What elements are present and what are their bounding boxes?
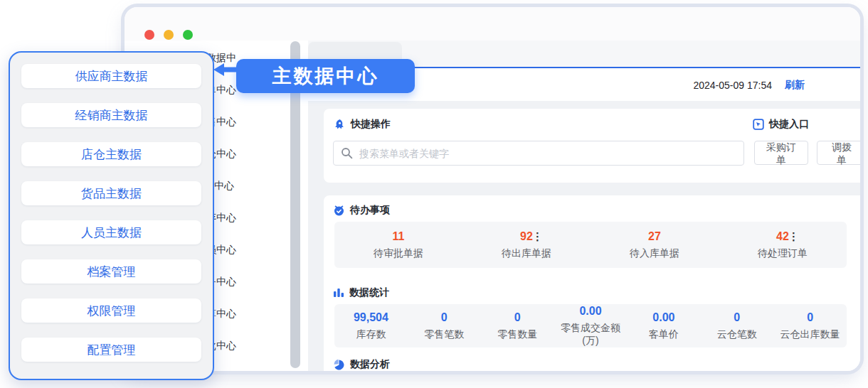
stat-label: 库存数 — [334, 328, 408, 341]
stat-cloud-transactions: 0 云仓笔数 — [700, 311, 773, 341]
quick-entry-title: 快捷入口 — [769, 118, 809, 131]
rocket-icon — [334, 119, 346, 131]
dashboard-content: 快捷操作 快捷入口 — [308, 101, 860, 371]
stats-title: 数据统计 — [349, 286, 389, 299]
quick-actions-title-row: 快捷操作 — [334, 118, 391, 131]
stat-label: 零售数量 — [481, 328, 554, 341]
window-titlebar — [125, 7, 860, 41]
stat-label: 零售成交金额(万) — [554, 322, 628, 347]
stat-cloud-outbound: 0 云仓出库数量 — [773, 311, 847, 341]
more-menu-icon[interactable]: ⋮ — [532, 230, 543, 243]
personnel-master-data-button[interactable]: 人员主数据 — [21, 220, 201, 244]
overview-card: 待办事项 11 待审批单据 92⋮ 待出库单据 27 待入 — [324, 195, 860, 371]
quick-entry-icon — [753, 119, 764, 130]
menu-search-box — [333, 141, 744, 166]
purchase-order-button[interactable]: 采购订单 — [754, 141, 808, 165]
todo-item-pending-approval: 11 待审批单据 — [334, 230, 462, 260]
stats-panel: 99,504 库存数 0 零售笔数 0 零售数量 0.00 — [334, 304, 847, 347]
transfer-order-button[interactable]: 调拨单 — [817, 141, 860, 165]
stat-value: 0 — [514, 311, 521, 325]
analysis-title: 数据分析 — [350, 358, 390, 371]
minimize-window-button[interactable] — [164, 30, 174, 40]
goods-master-data-button[interactable]: 货品主数据 — [21, 181, 201, 205]
search-input[interactable] — [359, 148, 736, 159]
refresh-link[interactable]: 刷新 — [785, 79, 805, 92]
stat-inventory-count: 99,504 库存数 — [334, 311, 408, 341]
todo-value: 42⋮ — [776, 230, 789, 244]
todo-panel: 11 待审批单据 92⋮ 待出库单据 27 待入库单据 42⋮ — [334, 222, 847, 268]
stat-value: 99,504 — [354, 311, 388, 325]
todo-title-row: 待办事项 — [333, 204, 390, 217]
more-menu-icon[interactable]: ⋮ — [788, 230, 799, 243]
todo-label: 待出库单据 — [462, 247, 591, 260]
stat-retail-transactions: 0 零售笔数 — [408, 311, 481, 341]
todo-value: 11 — [393, 230, 405, 244]
quick-actions-title: 快捷操作 — [351, 118, 391, 131]
master-data-center-callout: 主数据中心 — [236, 59, 415, 93]
stat-value: 0 — [734, 311, 740, 325]
todo-label: 待入库单据 — [591, 247, 719, 260]
close-window-button[interactable] — [144, 30, 154, 40]
todo-value: 27 — [648, 230, 661, 244]
stat-label: 云仓笔数 — [700, 328, 773, 341]
maximize-window-button[interactable] — [183, 30, 193, 40]
dealer-master-data-button[interactable]: 经销商主数据 — [21, 103, 201, 127]
search-icon — [341, 147, 353, 159]
stats-title-row: 数据统计 — [333, 286, 389, 299]
todo-item-pending-orders: 42⋮ 待处理订单 — [719, 230, 847, 260]
stat-label: 零售笔数 — [408, 328, 481, 341]
stat-label: 云仓出库数量 — [773, 328, 847, 341]
todo-label: 待审批单据 — [334, 247, 462, 260]
stat-retail-quantity: 0 零售数量 — [481, 311, 554, 341]
pie-chart-icon — [333, 359, 345, 371]
supplier-master-data-button[interactable]: 供应商主数据 — [21, 64, 201, 88]
permission-management-button[interactable]: 权限管理 — [21, 298, 201, 323]
analysis-title-row: 数据分析 — [333, 358, 390, 371]
master-data-menu-panel: 供应商主数据 经销商主数据 店仓主数据 货品主数据 人员主数据 档案管理 权限管… — [9, 51, 214, 380]
stat-value: 0.00 — [579, 304, 601, 318]
stat-retail-amount: 0.00 零售成交金额(万) — [554, 304, 628, 347]
bar-chart-icon — [333, 287, 344, 298]
stat-avg-ticket: 0.00 客单价 — [627, 311, 700, 341]
todo-item-pending-inbound: 27 待入库单据 — [591, 230, 719, 260]
alarm-clock-icon — [333, 205, 345, 217]
arrow-left-icon — [213, 63, 238, 76]
todo-item-pending-outbound: 92⋮ 待出库单据 — [462, 230, 591, 260]
archive-management-button[interactable]: 档案管理 — [21, 259, 201, 284]
datetime-text: 2024-05-09 17:54 — [693, 80, 772, 91]
page: 数据中 单中心 售中心 仓中心 O中心 存中心 员中心 务中心 算中心 批中心 … — [0, 0, 868, 388]
stat-value: 0.00 — [652, 311, 674, 325]
stat-label: 客单价 — [627, 328, 700, 341]
quick-entry-title-row: 快捷入口 — [753, 118, 809, 131]
stat-value: 0 — [807, 311, 813, 325]
stat-value: 0 — [441, 311, 448, 325]
todo-title: 待办事项 — [350, 204, 390, 217]
config-management-button[interactable]: 配置管理 — [21, 338, 201, 362]
app-window: 数据中 单中心 售中心 仓中心 O中心 存中心 员中心 务中心 算中心 批中心 … — [125, 7, 860, 371]
quick-actions-card: 快捷操作 快捷入口 — [324, 109, 860, 183]
todo-value: 92⋮ — [520, 230, 533, 244]
todo-label: 待处理订单 — [719, 247, 847, 260]
store-warehouse-master-data-button[interactable]: 店仓主数据 — [21, 142, 201, 166]
